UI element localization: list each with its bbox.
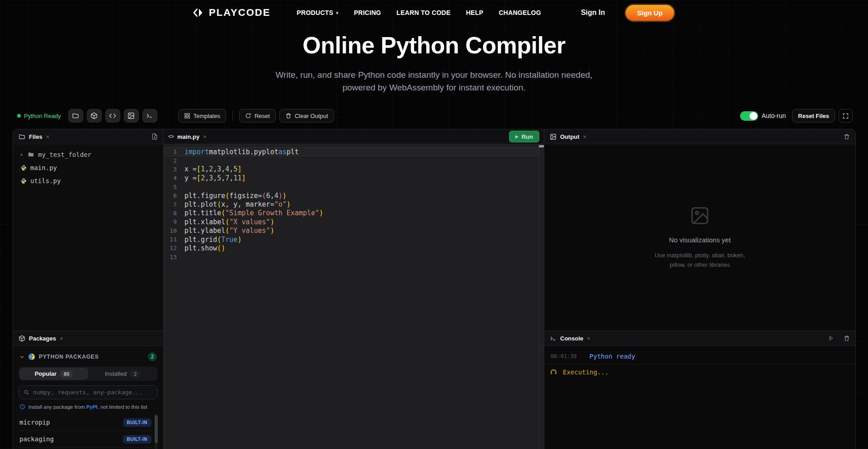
file-name: utils.py <box>30 177 61 184</box>
editor-column: <> main.py × ▶ Run 1import matplotlib.py… <box>164 129 544 449</box>
output-panel: Output × No visualizations yet Use matpl… <box>544 129 855 331</box>
console-panel-header: Console × <box>544 331 855 346</box>
line-number: 10 <box>164 227 184 234</box>
sign-in-link[interactable]: Sign In <box>581 9 605 17</box>
folder-icon <box>19 133 25 140</box>
file-item-main.py[interactable]: main.py <box>13 161 163 174</box>
brand-logo[interactable]: PLAYCODE <box>193 7 270 19</box>
console-close-icon[interactable]: × <box>587 335 590 342</box>
templates-grid-icon <box>184 113 190 119</box>
nav-item-learn-to-code[interactable]: LEARN TO CODE <box>396 9 451 16</box>
clear-output-button[interactable]: Clear Output <box>279 109 334 123</box>
hero: Online Python Compiler Write, run, and s… <box>0 32 868 94</box>
file-item-my_test_folder[interactable]: ▸my_test_folder <box>13 148 163 161</box>
console-timestamp: 06:01:36 <box>551 353 577 359</box>
files-panel-header: Files × <box>13 129 163 144</box>
auto-run-label: Auto-run <box>762 112 786 119</box>
code-line-1: 1import matplotlib.pyplot as plt <box>164 147 538 156</box>
status-dot-icon <box>17 114 21 118</box>
editor-scrollbar[interactable] <box>539 144 544 449</box>
python-logo-icon <box>28 353 35 360</box>
page-subtitle: Write, run, and share Python code instan… <box>0 69 868 94</box>
file-item-utils.py[interactable]: utils.py <box>13 174 163 187</box>
editor-tab-mainpy[interactable]: main.py <box>177 133 199 140</box>
python-file-icon <box>20 178 27 184</box>
line-number: 8 <box>164 210 184 217</box>
package-list: micropipBUILT-INpackagingBUILT-INnumpyDA… <box>19 414 158 449</box>
auto-run-toggle[interactable] <box>740 111 758 121</box>
code-line-7: 7plt.plot(x, y, marker="o") <box>164 200 544 208</box>
code-icon <box>109 112 116 119</box>
new-file-icon[interactable] <box>151 133 158 140</box>
files-panel-button[interactable] <box>68 109 83 123</box>
packages-tab-installed[interactable]: Installed2 <box>88 368 157 380</box>
nav-item-changelog[interactable]: CHANGELOG <box>499 9 541 16</box>
packages-tab-popular[interactable]: Popular80 <box>19 368 88 380</box>
clear-output-trash-icon[interactable] <box>844 133 850 140</box>
packages-close-icon[interactable]: × <box>60 335 63 342</box>
code-editor[interactable]: 1import matplotlib.pyplot as plt23x = [1… <box>164 144 544 449</box>
packages-scrollbar-thumb[interactable] <box>155 415 158 443</box>
left-column: Files × ▸my_test_foldermain.pyutils.py P… <box>13 129 164 449</box>
built-in-badge: BUILT-IN <box>123 418 151 427</box>
line-number: 6 <box>164 192 184 199</box>
output-panel-button[interactable] <box>124 109 139 123</box>
chevron-down-icon <box>19 354 24 359</box>
nav-item-products[interactable]: PRODUCTS▾ <box>297 9 338 16</box>
run-button[interactable]: ▶ Run <box>509 131 539 142</box>
nav-menu: PRODUCTS▾PRICINGLEARN TO CODEHELPCHANGEL… <box>297 9 541 16</box>
editor-scrollbar-thumb[interactable] <box>539 145 544 147</box>
built-in-badge: BUILT-IN <box>123 435 151 444</box>
console-panel: Console × 06:01:36Python readyExecuting.… <box>544 331 855 449</box>
nav-item-pricing[interactable]: PRICING <box>354 9 381 16</box>
package-row-packaging[interactable]: packagingBUILT-IN <box>19 431 152 448</box>
fullscreen-icon <box>842 113 849 119</box>
console-message: Executing... <box>563 369 609 376</box>
packages-panel-button[interactable] <box>87 109 102 123</box>
files-close-icon[interactable]: × <box>46 133 50 140</box>
folder-icon <box>72 112 79 119</box>
reset-button[interactable]: Reset <box>239 109 276 123</box>
console-entry: 06:01:36Python ready <box>544 349 855 364</box>
package-search-input[interactable] <box>33 389 153 396</box>
line-number: 11 <box>164 236 184 243</box>
python-packages-section[interactable]: PYTHON PACKAGES 2 <box>19 350 158 367</box>
line-number: 12 <box>164 245 184 251</box>
terminal-icon <box>550 335 557 342</box>
nav-item-help[interactable]: HELP <box>466 9 484 16</box>
console-play-icon[interactable] <box>828 336 834 341</box>
tab-label: Popular <box>35 370 57 377</box>
code-icon: <> <box>168 133 174 140</box>
console-trash-icon[interactable] <box>844 335 850 341</box>
package-icon <box>90 112 98 119</box>
package-search-box <box>19 385 158 399</box>
console-panel-button[interactable] <box>142 109 157 123</box>
code-line-3: 3x = [1, 2, 3, 4, 5] <box>164 165 544 174</box>
output-empty-state: No visualizations yet Use matplotlib, pl… <box>544 144 855 331</box>
search-icon <box>24 389 29 395</box>
reset-files-button[interactable]: Reset Files <box>792 109 835 123</box>
image-icon <box>127 112 135 119</box>
page-title: Online Python Compiler <box>0 32 868 59</box>
image-placeholder-icon <box>689 205 710 226</box>
installed-count-badge: 2 <box>148 352 157 361</box>
file-name: main.py <box>30 164 57 171</box>
output-close-icon[interactable]: × <box>583 133 587 140</box>
line-number: 5 <box>164 184 184 190</box>
packages-tabs: Popular80Installed2 <box>19 367 158 381</box>
tab-close-icon[interactable]: × <box>203 133 207 140</box>
chevron-down-icon: ▾ <box>336 10 338 15</box>
templates-button[interactable]: Templates <box>178 109 226 123</box>
editor-panel-button[interactable] <box>105 109 120 123</box>
line-number: 13 <box>164 254 184 260</box>
packages-panel-header: Packages × <box>13 331 163 346</box>
fullscreen-button[interactable] <box>839 109 853 123</box>
sign-up-button[interactable]: Sign Up <box>625 4 675 22</box>
reset-icon <box>245 113 251 119</box>
code-line-11: 11plt.grid(True) <box>164 235 544 244</box>
pypi-link[interactable]: PyPI <box>86 404 98 410</box>
console-body: 06:01:36Python readyExecuting... <box>544 346 855 449</box>
code-line-8: 8plt.title("Simple Growth Example") <box>164 209 544 217</box>
package-row-micropip[interactable]: micropipBUILT-IN <box>19 414 152 431</box>
code-line-2: 2 <box>164 156 544 165</box>
